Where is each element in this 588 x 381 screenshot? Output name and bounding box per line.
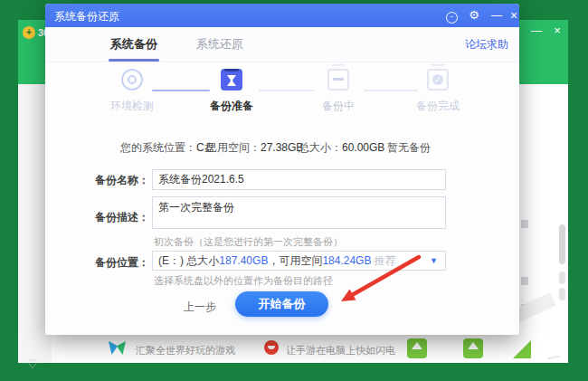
- summary-label: 已用空间：: [206, 141, 261, 154]
- feedback-icon-glyph: −: [446, 12, 458, 24]
- summary-label: 暂无备份: [387, 141, 431, 154]
- tab-system-restore[interactable]: 系统还原: [195, 27, 244, 62]
- settings-gear-icon[interactable]: ⚙: [467, 8, 481, 23]
- tab-system-backup[interactable]: 系统备份: [109, 27, 159, 62]
- scrollbar-thumb[interactable]: [559, 224, 565, 264]
- location-total-size: 187.40GB: [219, 254, 268, 267]
- check-icon: ✓: [432, 74, 443, 85]
- background-minimize-button[interactable]: —: [529, 24, 544, 37]
- progress-box-icon: [327, 69, 349, 90]
- feedback-icon[interactable]: −: [444, 8, 459, 23]
- location-free-space: 184.24GB: [322, 254, 371, 267]
- backup-description-input[interactable]: 第一次完整备份: [152, 196, 446, 229]
- mobile-game-icon: [264, 340, 279, 355]
- close-button[interactable]: ×: [507, 8, 521, 23]
- scrollbar-segment[interactable]: [559, 288, 565, 300]
- games-icon: [109, 341, 127, 356]
- background-close-button[interactable]: ×: [550, 24, 564, 37]
- start-backup-button[interactable]: 开始备份: [235, 291, 328, 317]
- summary-value: 60.00GB: [342, 141, 384, 154]
- used-space-info: 已用空间：27.38GB: [206, 140, 303, 156]
- desktop-background: + 36 — × ♡ 汇聚全世界好玩的游戏 让手游在电脑上快如闪电 系统备份还原: [0, 0, 588, 381]
- backup-name-label: 备份名称：: [95, 173, 149, 188]
- tab-bar: 系统备份 系统还原 论坛求助: [45, 27, 519, 62]
- step-backup-prepare: 备份准备: [195, 69, 268, 114]
- scrollbar-segment[interactable]: [559, 271, 565, 284]
- hourglass-icon: [221, 69, 242, 90]
- promo-text: 让手游在电脑上快如闪电: [286, 344, 395, 357]
- location-text: ，可用空间: [268, 254, 322, 267]
- step-label: 备份中: [302, 99, 375, 114]
- step-environment-check: 环境检测: [96, 69, 168, 114]
- check-box-icon: ✓: [427, 69, 449, 90]
- previous-step-button[interactable]: 上一步: [184, 300, 216, 315]
- android-app-icon-partial[interactable]: [513, 340, 531, 358]
- system-location-info: 您的系统位置：C盘: [120, 140, 215, 156]
- step-label: 备份完成: [402, 99, 474, 114]
- android-app-icon[interactable]: [463, 338, 483, 358]
- step-backing-up: 备份中: [302, 69, 375, 114]
- step-backup-complete: ✓ 备份完成: [402, 69, 474, 114]
- clipped-text-fragment: [521, 220, 528, 228]
- promo-text: 汇聚全世界好玩的游戏: [136, 344, 235, 357]
- minimize-button[interactable]: —: [489, 8, 504, 23]
- progress-steps: 环境检测 备份准备 备份中 ✓: [45, 62, 519, 127]
- backup-location-hint: 选择系统盘以外的位置作为备份目的路径: [154, 274, 333, 288]
- dialog-title: 系统备份还原: [54, 9, 119, 24]
- clipped-text-fragment: [521, 277, 528, 285]
- backup-location-label: 备份位置：: [95, 255, 149, 271]
- recommended-tag: 推荐: [374, 254, 395, 267]
- forum-help-link[interactable]: 论坛求助: [465, 27, 508, 62]
- step-label: 环境检测: [96, 99, 168, 114]
- dropdown-caret-icon[interactable]: ▼: [430, 252, 438, 270]
- summary-value: 27.38GB: [261, 141, 303, 154]
- backup-description-label: 备份描述：: [95, 210, 149, 225]
- android-app-icon[interactable]: [407, 338, 427, 358]
- backup-name-input[interactable]: [152, 169, 446, 190]
- total-size-info: 总大小：60.00GB: [299, 140, 384, 156]
- no-backup-status: 暂无备份: [387, 140, 431, 156]
- backup-restore-dialog: 系统备份还原 − ⚙ — × 系统备份 系统还原 论坛求助 环境检测: [45, 4, 519, 335]
- step-label: 备份准备: [195, 99, 268, 114]
- location-text: (E：) 总大小: [158, 254, 219, 267]
- backup-description-hint: 初次备份（这是您进行的第一次完整备份）: [154, 235, 343, 249]
- summary-label: 总大小：: [299, 141, 342, 154]
- backup-location-dropdown[interactable]: (E：) 总大小187.40GB，可用空间184.24GB推荐 ▼: [152, 251, 446, 271]
- summary-label: 您的系统位置：: [120, 141, 196, 154]
- disk-summary-row: 您的系统位置：C盘 已用空间：27.38GB 总大小：60.00GB 暂无备份: [45, 140, 519, 155]
- dialog-titlebar: 系统备份还原 − ⚙ — ×: [45, 4, 519, 27]
- background-promo-row: 汇聚全世界好玩的游戏 让手游在电脑上快如闪电: [18, 337, 568, 363]
- 360-logo-icon: +: [23, 26, 35, 39]
- magnifier-circle-icon: [121, 69, 143, 90]
